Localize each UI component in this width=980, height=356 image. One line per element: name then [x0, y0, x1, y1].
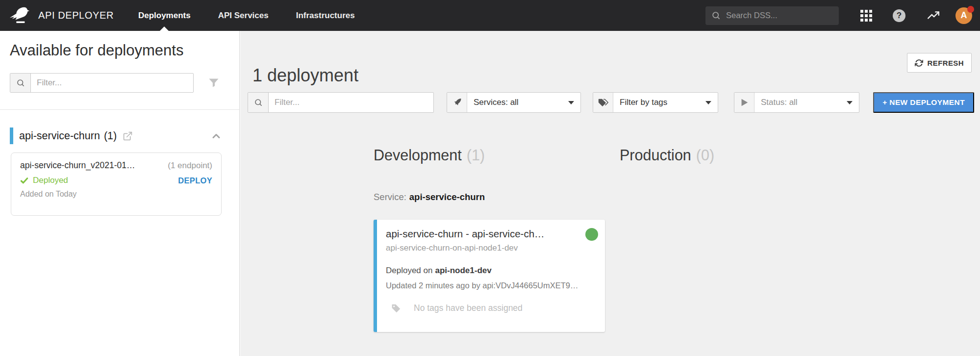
production-count: (0) [696, 147, 714, 163]
app-title[interactable]: API DEPLOYER [38, 10, 114, 21]
package-added-date: Added on Today [20, 190, 212, 199]
funnel-filter-icon[interactable] [208, 77, 220, 89]
tag-icon [391, 303, 401, 313]
caret-down-icon [568, 101, 574, 104]
deployment-card[interactable]: api-service-churn - api-service-ch… api-… [374, 220, 605, 332]
tab-infrastructures[interactable]: Infrastructures [296, 0, 355, 31]
package-name: api-service-churn_v2021-01… [20, 160, 135, 171]
deployments-main-panel: 1 deployment REFRESH [240, 31, 980, 356]
new-deployment-button[interactable]: + NEW DEPLOYMENT [873, 92, 974, 113]
play-status-icon [734, 93, 754, 112]
sidebar-filter-input[interactable] [31, 74, 193, 92]
sidebar-available-deployments: Available for deployments api-service-ch… [0, 31, 240, 356]
group-accent-bar [10, 127, 13, 144]
deployments-filter-bar: Services: all Filter by tags Status: all [248, 92, 974, 113]
production-column-header: Production(0) [620, 146, 851, 164]
external-link-icon[interactable] [123, 131, 133, 141]
production-column: Production(0) [620, 146, 851, 332]
top-navbar: API DEPLOYER Deployments API Services In… [0, 0, 980, 31]
user-avatar[interactable]: A [955, 7, 972, 24]
global-search[interactable] [705, 6, 839, 25]
monitoring-button[interactable] [927, 9, 940, 22]
caret-down-icon [847, 101, 853, 104]
help-icon[interactable]: ? [893, 9, 905, 22]
dataiku-bird-logo-icon[interactable] [9, 6, 29, 25]
package-status: Deployed [20, 176, 68, 185]
page-title: 1 deployment [252, 65, 358, 86]
services-filter-dropdown[interactable]: Services: all [447, 92, 581, 113]
trending-up-icon [927, 9, 940, 22]
development-count: (1) [467, 147, 485, 163]
deployment-title[interactable]: api-service-churn - api-service-ch… [386, 228, 579, 240]
deployment-id: api-service-churn-on-api-node1-dev [386, 243, 598, 253]
refresh-button[interactable]: REFRESH [907, 53, 972, 73]
deployments-filter-group [248, 92, 434, 113]
refresh-icon [915, 59, 923, 67]
global-search-input[interactable] [726, 11, 833, 20]
service-name: api-service-churn [409, 192, 485, 202]
tags-icon [593, 93, 613, 112]
service-group-header: api-service-churn (1) [10, 127, 222, 144]
sidebar-divider [0, 109, 239, 110]
caret-down-icon [705, 101, 711, 104]
development-column-header: Development(1) [374, 146, 605, 164]
group-name[interactable]: api-service-churn [19, 130, 100, 142]
no-tags-text: No tags have been assigned [414, 303, 523, 313]
grid-icon [860, 10, 872, 22]
tags-filter-dropdown[interactable]: Filter by tags [593, 92, 718, 113]
package-card: api-service-churn_v2021-01… (1 endpoint)… [11, 153, 222, 216]
stage-columns: Development(1) Service:api-service-churn… [374, 146, 851, 332]
tab-deployments[interactable]: Deployments [138, 0, 191, 31]
sidebar-filter-group [10, 73, 194, 93]
infrastructure-name: api-node1-dev [435, 266, 491, 275]
deployed-on-line: Deployed onapi-node1-dev [386, 266, 598, 276]
apps-grid-button[interactable] [860, 10, 872, 22]
service-label: Service: [374, 192, 406, 202]
rocket-icon [447, 93, 467, 112]
group-count: (1) [104, 130, 117, 142]
service-line: Service:api-service-churn [374, 191, 605, 203]
tab-api-services[interactable]: API Services [218, 0, 269, 31]
tags-row: No tags have been assigned [386, 303, 598, 313]
check-icon [20, 177, 28, 185]
chevron-up-icon[interactable] [211, 130, 222, 141]
deploy-link[interactable]: DEPLOY [178, 176, 212, 185]
notification-badge [967, 6, 974, 13]
status-healthy-dot [585, 228, 598, 241]
search-icon [248, 93, 269, 112]
deployments-filter-input[interactable] [269, 93, 433, 112]
main-nav-tabs: Deployments API Services Infrastructures [138, 0, 382, 31]
development-column: Development(1) Service:api-service-churn… [374, 146, 605, 332]
status-filter-dropdown[interactable]: Status: all [734, 92, 859, 113]
search-icon [10, 74, 31, 92]
sidebar-title: Available for deployments [10, 42, 183, 59]
package-endpoints: (1 endpoint) [168, 161, 212, 171]
updated-info: Updated 2 minutes ago by api:VDvJ44665Um… [386, 281, 598, 290]
search-icon [711, 11, 721, 20]
